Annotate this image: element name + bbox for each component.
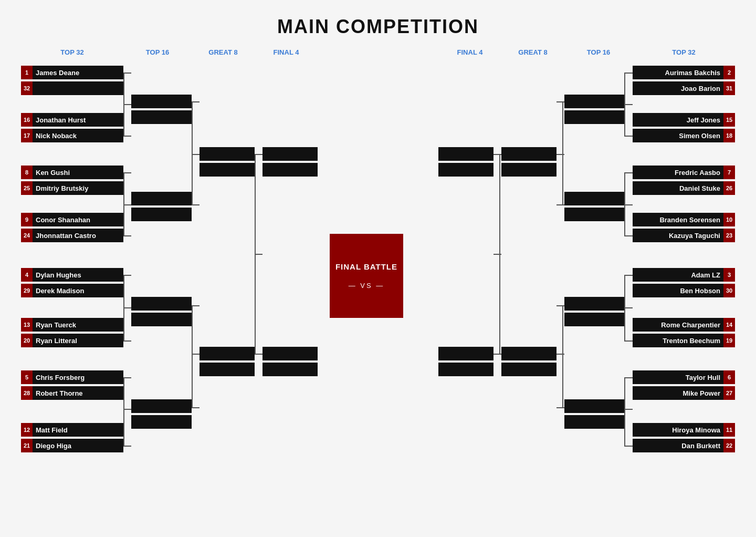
final-battle-title: FINAL BATTLE (335, 262, 397, 271)
header-right-32: TOP 32 (633, 48, 735, 56)
slot-r-r1-m1-top: 2Aurimas Bakchis (633, 66, 735, 79)
slot-l-r1-m6-top: 13Ryan Tuerck (21, 318, 123, 332)
slot-l-r1-m5-bot: 29Derek Madison (21, 284, 123, 297)
slot-r-r2-m2-top (564, 192, 625, 205)
slot-r-r1-m3-top: 7Fredric Aasbo (633, 166, 735, 179)
slot-r-r4-m2-bot (438, 363, 494, 376)
slot-r-r1-m1-bot: 31Joao Barion (633, 81, 735, 95)
slot-l-r3-m2-bot (200, 363, 255, 376)
slot-r-r1-m7-bot: 27Mike Power (633, 386, 735, 400)
header-center (318, 48, 438, 56)
slot-l-r1-m1-bot: 32 (21, 81, 123, 95)
slot-r-r3-m2-bot (501, 363, 556, 376)
slot-l-r3-m1-bot (200, 163, 255, 177)
slot-r-r1-m7-top: 6Taylor Hull (633, 370, 735, 384)
slot-l-r2-m3-top (131, 297, 192, 311)
slot-l-r1-m7-top: 5Chris Forsberg (21, 370, 123, 384)
slot-l-r2-m1-bot (131, 110, 192, 124)
slot-l-r3-m2-top (200, 347, 255, 360)
slot-l-r4-m1-top (262, 147, 318, 161)
slot-r-r1-m5-bot: 30Ben Hobson (633, 284, 735, 297)
slot-r-r2-m1-top (564, 95, 625, 108)
slot-l-r4-m2-top (262, 347, 318, 360)
final-battle: FINAL BATTLE — VS — (330, 234, 403, 318)
slot-l-r1-m2-top: 16Jonathan Hurst (21, 113, 123, 127)
slot-l-r4-m2-bot (262, 363, 318, 376)
slot-r-r4-m1-bot (438, 163, 494, 177)
header-left-f4: FINAL 4 (255, 48, 318, 56)
slot-l-r1-m1-top: 1James Deane (21, 66, 123, 79)
slot-r-r1-m6-bot: 19Trenton Beechum (633, 334, 735, 347)
slot-r-r1-m3-bot: 26Daniel Stuke (633, 181, 735, 195)
header-right-16: TOP 16 (564, 48, 633, 56)
slot-l-r2-m3-bot (131, 313, 192, 326)
slot-l-r1-m5-top: 4Dylan Hughes (21, 268, 123, 282)
slot-l-r1-m7-bot: 28Robert Thorne (21, 386, 123, 400)
slot-r-r4-m1-top (438, 147, 494, 161)
slot-r-r2-m4-top (564, 399, 625, 413)
header-right-8: GREAT 8 (501, 48, 564, 56)
slot-l-r1-m6-bot: 20Ryan Litteral (21, 334, 123, 347)
slot-r-r3-m1-top (501, 147, 556, 161)
slot-r-r2-m4-bot (564, 415, 625, 429)
slot-l-r2-m4-bot (131, 415, 192, 429)
header-left-32: TOP 32 (21, 48, 123, 56)
slot-l-r4-m1-bot (262, 163, 318, 177)
slot-r-r1-m2-top: 15Jeff Jones (633, 113, 735, 127)
slot-r-r1-m8-bot: 22Dan Burkett (633, 439, 735, 452)
slot-l-r2-m2-top (131, 192, 192, 205)
bracket: 1James Deane 32 16Jonathan Hurst 17Nick … (10, 60, 746, 512)
page-title: MAIN COMPETITION (0, 0, 756, 48)
slot-r-r2-m1-bot (564, 110, 625, 124)
slot-r-r3-m1-bot (501, 163, 556, 177)
slot-r-r1-m8-top: 11Hiroya Minowa (633, 423, 735, 437)
slot-r-r1-m5-top: 3Adam LZ (633, 268, 735, 282)
slot-l-r1-m4-bot: 24Jhonnattan Castro (21, 229, 123, 242)
header-left-16: TOP 16 (123, 48, 192, 56)
slot-r-r2-m3-top (564, 297, 625, 311)
slot-r-r1-m6-top: 14Rome Charpentier (633, 318, 735, 332)
slot-l-r2-m4-top (131, 399, 192, 413)
header-left-8: GREAT 8 (192, 48, 255, 56)
slot-r-r1-m4-bot: 23Kazuya Taguchi (633, 229, 735, 242)
slot-r-r2-m2-bot (564, 208, 625, 221)
slot-l-r3-m1-top (200, 147, 255, 161)
slot-l-r1-m8-top: 12Matt Field (21, 423, 123, 437)
slot-l-r1-m4-top: 9Conor Shanahan (21, 213, 123, 226)
slot-l-r1-m2-bot: 17Nick Noback (21, 129, 123, 142)
slot-r-r1-m2-bot: 18Simen Olsen (633, 129, 735, 142)
slot-r-r4-m2-top (438, 347, 494, 360)
slot-r-r2-m3-bot (564, 313, 625, 326)
slot-l-r1-m3-top: 8Ken Gushi (21, 166, 123, 179)
header-right-f4: FINAL 4 (438, 48, 501, 56)
slot-l-r2-m2-bot (131, 208, 192, 221)
slot-r-r1-m4-top: 10Branden Sorensen (633, 213, 735, 226)
slot-l-r2-m1-top (131, 95, 192, 108)
slot-r-r3-m2-top (501, 347, 556, 360)
final-battle-vs: — VS — (349, 282, 385, 290)
slot-l-r1-m3-bot: 25Dmitriy Brutskiy (21, 181, 123, 195)
slot-l-r1-m8-bot: 21Diego Higa (21, 439, 123, 452)
